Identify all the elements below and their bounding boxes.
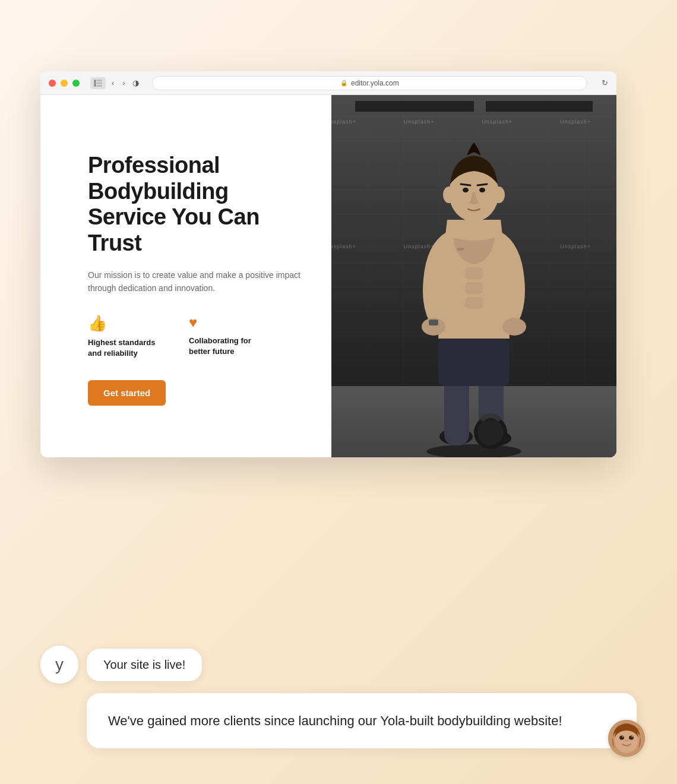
feature-2: ♥ Collaborating for better future: [189, 314, 266, 359]
chat-bubble-large: We've gained more clients since launchin…: [87, 693, 637, 748]
refresh-btn[interactable]: ↻: [602, 78, 608, 87]
svg-point-22: [493, 186, 505, 203]
browser-controls: ‹ ›: [90, 77, 128, 89]
yola-letter: y: [55, 655, 64, 674]
svg-rect-9: [438, 339, 510, 386]
svg-point-28: [619, 736, 624, 740]
chat-section: y Your site is live! We've gained more c…: [40, 646, 637, 748]
svg-rect-23: [429, 320, 438, 325]
svg-rect-3: [97, 85, 102, 87]
svg-line-19: [461, 184, 470, 185]
feature-1-label: Highest standards and reliability: [88, 337, 165, 359]
svg-point-17: [463, 188, 469, 192]
wm-text: Unsplash+: [560, 244, 591, 249]
wm-text: Unsplash+: [560, 119, 591, 125]
svg-rect-0: [94, 80, 96, 87]
svg-point-14: [502, 318, 526, 336]
athlete-figure: [385, 113, 563, 457]
svg-point-18: [479, 188, 485, 192]
ceiling-bar-1: [355, 101, 474, 112]
right-panel: Unsplash+ Unsplash+ Unsplash+ Unsplash+ …: [331, 95, 616, 457]
brightness-icon[interactable]: ◑: [132, 78, 139, 87]
svg-rect-12: [465, 297, 483, 309]
svg-point-25: [477, 419, 504, 445]
svg-point-32: [616, 739, 622, 745]
svg-rect-10: [465, 267, 483, 279]
svg-line-20: [477, 184, 487, 185]
feature-2-label: Collaborating for better future: [189, 336, 266, 357]
feature-1: 👍 Highest standards and reliability: [88, 314, 165, 359]
user-avatar: [608, 720, 645, 757]
svg-point-30: [622, 736, 624, 738]
traffic-light-red[interactable]: [49, 80, 56, 87]
lock-icon: 🔒: [340, 80, 347, 86]
heart-icon: ♥: [189, 314, 266, 331]
forward-btn[interactable]: ›: [120, 77, 127, 88]
features-row: 👍 Highest standards and reliability ♥ Co…: [88, 314, 302, 359]
gym-background: Unsplash+ Unsplash+ Unsplash+ Unsplash+ …: [331, 95, 616, 457]
address-bar[interactable]: 🔒 editor.yola.com: [152, 76, 587, 90]
get-started-button[interactable]: Get started: [88, 380, 166, 406]
thumbs-up-icon: 👍: [88, 314, 165, 333]
svg-rect-11: [465, 282, 483, 294]
back-btn[interactable]: ‹: [109, 77, 116, 88]
chat-large-text: We've gained more clients since launchin…: [108, 713, 562, 728]
wm-text: Unsplash+: [331, 244, 356, 249]
svg-point-31: [632, 736, 633, 738]
website-content: Professional Bodybuilding Service You Ca…: [40, 95, 616, 457]
svg-point-4: [426, 444, 521, 457]
svg-point-21: [443, 186, 455, 203]
hero-title: Professional Bodybuilding Service You Ca…: [88, 153, 302, 257]
svg-rect-1: [97, 80, 102, 81]
traffic-light-green[interactable]: [72, 80, 80, 87]
wm-text: Unsplash+: [331, 119, 356, 125]
left-panel: Professional Bodybuilding Service You Ca…: [40, 95, 331, 457]
svg-point-33: [631, 739, 637, 745]
browser-window: ‹ › ◑ 🔒 editor.yola.com ↻ Professional B…: [40, 71, 616, 457]
yola-avatar: y: [40, 646, 78, 684]
ceiling-bar-2: [486, 101, 593, 112]
traffic-light-yellow[interactable]: [61, 80, 68, 87]
svg-point-29: [629, 736, 634, 740]
sidebar-toggle-btn[interactable]: [90, 77, 106, 89]
svg-rect-2: [97, 82, 102, 84]
hero-description: Our mission is to create value and make …: [88, 268, 302, 295]
browser-titlebar: ‹ › ◑ 🔒 editor.yola.com ↻: [40, 71, 616, 95]
site-live-bubble: Your site is live!: [87, 649, 202, 681]
url-text: editor.yola.com: [351, 79, 399, 87]
chat-bubble-small-row: y Your site is live!: [40, 646, 637, 684]
